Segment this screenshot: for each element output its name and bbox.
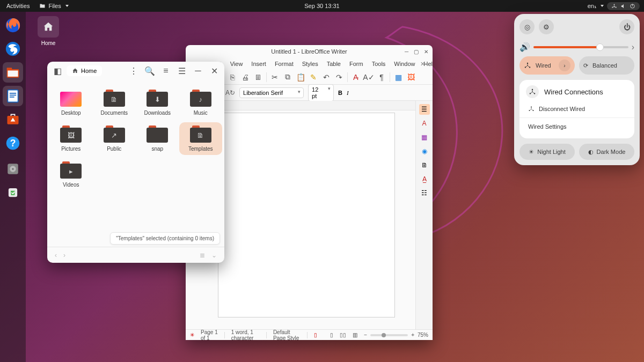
menu-form[interactable]: Form — [345, 60, 368, 68]
tb-redo-icon[interactable]: ↷ — [334, 72, 344, 82]
power-mode-toggle[interactable]: ⟳ Balanced — [579, 56, 634, 75]
dark-mode-toggle[interactable]: ◐Dark Mode — [579, 144, 634, 160]
tb-copy-icon[interactable]: ⧉ — [283, 72, 292, 82]
status-save-icon[interactable]: ✳ — [190, 332, 194, 338]
settings-button[interactable]: ⚙ — [539, 19, 554, 34]
zoom-value[interactable]: 75% — [418, 332, 428, 338]
folder-videos[interactable]: ▸Videos — [49, 158, 93, 191]
dock-thunderbird[interactable] — [3, 39, 23, 59]
wired-toggle[interactable]: Wired › — [519, 56, 575, 75]
chevron-right-icon[interactable]: › — [559, 60, 570, 71]
menu-view[interactable]: View — [226, 60, 247, 68]
activities-button[interactable]: Activities — [6, 3, 30, 9]
window-maximize[interactable]: ▢ — [414, 49, 419, 55]
dock-writer[interactable] — [3, 86, 23, 106]
files-forward[interactable]: › — [60, 252, 69, 259]
menu-format[interactable]: Format — [270, 60, 298, 68]
sidebar-navigator-icon[interactable]: ◉ — [419, 146, 430, 157]
zoom-control[interactable]: − + 75% — [364, 332, 428, 338]
doc-close-icon[interactable]: ✕ — [416, 60, 429, 69]
zoom-out-icon[interactable]: − — [364, 332, 367, 338]
screenshot-button[interactable]: ◎ — [519, 19, 535, 34]
sidebar-properties-icon[interactable]: ☰ — [419, 104, 430, 115]
menu-insert[interactable]: Insert — [247, 60, 270, 68]
tb-find-icon[interactable]: A̶ — [351, 72, 361, 82]
volume-icon[interactable]: 🔊 — [519, 42, 530, 52]
files-menu-icon[interactable]: ☰ — [175, 64, 189, 78]
italic-button[interactable]: I — [347, 90, 349, 96]
sidebar-inspector-icon[interactable]: A̲ — [419, 174, 430, 184]
status-view-multi-icon[interactable]: ▯▯ — [340, 332, 346, 338]
folder-snap[interactable]: snap — [136, 122, 179, 155]
desktop-icon-home[interactable]: Home — [33, 16, 63, 46]
writer-titlebar[interactable]: Untitled 1 - LibreOffice Writer ─ ▢ ✕ — [186, 45, 433, 58]
sidebar-manage-icon[interactable]: ☷ — [419, 188, 430, 198]
tb-paintformat-icon[interactable]: ✎ — [309, 72, 318, 82]
zoom-in-icon[interactable]: + — [411, 332, 414, 338]
files-kebab-icon[interactable]: ⋮ — [127, 64, 141, 78]
topbar-datetime[interactable]: Sep 30 13:31 — [304, 3, 339, 9]
tb-undo-icon[interactable]: ↶ — [321, 72, 331, 82]
power-button[interactable]: ⏻ — [619, 19, 634, 34]
status-page[interactable]: Page 1 of 1 — [201, 329, 218, 341]
folder-downloads[interactable]: ⬇Downloads — [136, 86, 179, 119]
font-size-combo[interactable]: 12 pt — [308, 84, 334, 101]
menu-tools[interactable]: Tools — [368, 60, 390, 68]
tb-export-icon[interactable]: ⎘ — [228, 72, 237, 82]
dock-disk[interactable] — [3, 159, 23, 179]
status-view-book-icon[interactable]: ▥ — [353, 332, 357, 338]
dock-files[interactable] — [3, 62, 23, 83]
font-name-combo[interactable]: Liberation Serif — [239, 87, 304, 98]
folder-desktop[interactable]: Desktop — [49, 86, 93, 119]
files-search-icon[interactable]: 🔍 — [143, 64, 157, 78]
folder-pictures[interactable]: 🖼Pictures — [49, 122, 93, 155]
window-close[interactable]: ✕ — [424, 49, 428, 55]
status-language[interactable]: ▯ — [314, 332, 317, 338]
sidebar-gallery-icon[interactable]: ▦ — [419, 132, 430, 143]
tb-paste-icon[interactable]: 📋 — [296, 72, 305, 82]
menu-table[interactable]: Table — [323, 60, 345, 68]
disconnect-wired[interactable]: Disconnect Wired — [526, 102, 628, 115]
folder-templates[interactable]: 🗎Templates — [179, 122, 223, 155]
bold-button[interactable]: B — [338, 90, 342, 96]
tb-cut-icon[interactable]: ✂ — [270, 72, 280, 82]
files-minimize[interactable]: ─ — [191, 64, 205, 78]
status-words[interactable]: 1 word, 1 character — [231, 329, 260, 341]
folder-music[interactable]: ♪Music — [179, 86, 223, 119]
night-light-toggle[interactable]: ☀Night Light — [519, 144, 575, 160]
tb-formatting-icon[interactable]: ¶ — [377, 72, 386, 82]
files-dropdown-icon[interactable]: ⌄ — [208, 252, 220, 259]
tb-print-icon[interactable]: 🖨 — [240, 72, 250, 82]
menu-window[interactable]: Window — [390, 60, 419, 68]
volume-expand-icon[interactable]: › — [632, 42, 634, 52]
sidebar-page-icon[interactable]: 🗎 — [419, 160, 430, 171]
folder-documents[interactable]: 🗎Documents — [93, 86, 136, 119]
files-close[interactable]: ✕ — [207, 64, 221, 78]
document-page[interactable] — [218, 113, 395, 317]
volume-slider[interactable] — [533, 46, 628, 48]
dock-software[interactable] — [3, 109, 23, 130]
sidebar-styles-icon[interactable]: A — [419, 118, 430, 129]
folder-public[interactable]: ↗Public — [93, 122, 136, 155]
tb-table-icon[interactable]: ▦ — [393, 72, 403, 82]
dock-help[interactable]: ? — [3, 133, 23, 153]
files-pathbar[interactable]: Home — [67, 65, 102, 76]
dock-firefox[interactable] — [3, 15, 23, 35]
tb-printpreview-icon[interactable]: 🗏 — [253, 72, 263, 82]
files-back[interactable]: ‹ — [52, 252, 60, 259]
status-view-single-icon[interactable]: ▯ — [330, 332, 333, 338]
topbar-app-files[interactable]: Files — [39, 3, 68, 9]
files-view-icon[interactable]: ≡ — [159, 64, 173, 78]
files-viewlist-icon[interactable]: ≣ — [196, 252, 208, 259]
zoom-slider[interactable] — [370, 334, 408, 336]
menu-styles[interactable]: Styles — [298, 60, 323, 68]
dock-trash[interactable] — [3, 182, 23, 203]
window-minimize[interactable]: ─ — [405, 49, 408, 55]
system-tray[interactable] — [607, 2, 640, 10]
status-page-style[interactable]: Default Page Style — [273, 329, 301, 341]
input-language[interactable]: en₁ — [588, 3, 604, 10]
wired-settings[interactable]: Wired Settings — [526, 120, 628, 133]
tb-spellcheck-icon[interactable]: A✓ — [364, 72, 374, 82]
files-sidebar-toggle-icon[interactable]: ◧ — [50, 64, 64, 78]
tb-image-icon[interactable]: 🖼 — [406, 72, 416, 82]
